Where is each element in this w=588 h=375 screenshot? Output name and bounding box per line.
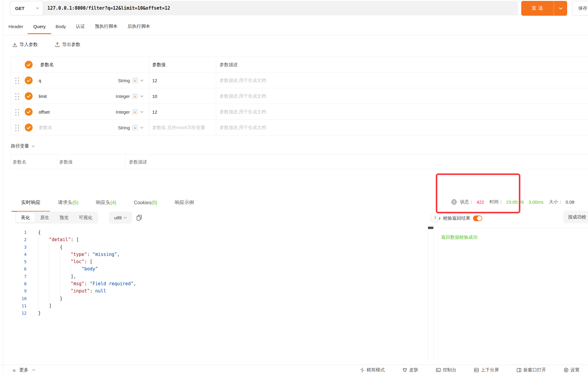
param-name-input[interactable]: 参数名 [39, 120, 52, 135]
param-name-input[interactable]: q [39, 73, 41, 88]
skin-button[interactable]: 皮肤 [402, 367, 418, 373]
scrollbar-thumb[interactable] [428, 227, 433, 229]
drag-handle-icon[interactable] [14, 77, 20, 84]
code-text: "type": "missing", [38, 251, 120, 258]
param-name-input[interactable]: offset [39, 104, 50, 120]
method-select[interactable]: GET [10, 1, 43, 15]
param-row-offset: offset Integer * 12 参数描述,用于生成文档 [11, 104, 588, 120]
code-line: 11] [11, 302, 136, 309]
tab-query[interactable]: Query [33, 24, 46, 29]
tab-request-headers[interactable]: 请求头(5) [58, 193, 79, 212]
tab-auth[interactable]: 认证 [76, 24, 85, 29]
more-button[interactable]: 更多 [19, 367, 28, 373]
row-checkbox[interactable] [25, 124, 33, 131]
split-screen-button[interactable]: 上下分屏 [474, 367, 499, 373]
save-button[interactable]: 保存 [572, 1, 588, 16]
param-name-input[interactable]: limit [39, 88, 47, 104]
import-params-button[interactable]: 导入参数 [12, 42, 38, 47]
query-params-table: 参数名 参数值 参数描述 q String * 12 参数描述,用于生成文档 l… [11, 57, 588, 135]
param-value-input[interactable]: 10 [152, 88, 157, 104]
code-text: "body" [38, 265, 98, 273]
param-desc-input[interactable]: 参数描述,用于生成文档 [220, 120, 266, 135]
mode-visualize[interactable]: 可视化 [74, 213, 97, 222]
tab-response-example[interactable]: 响应示例 [175, 193, 194, 212]
code-line: 7], [11, 273, 136, 280]
drag-handle-icon[interactable] [14, 108, 20, 116]
export-upload-icon [55, 42, 60, 47]
tab-live-response[interactable]: 实时响应 [21, 193, 40, 212]
code-line: 8"msg": "Field required", [11, 280, 136, 287]
path-variables-table: 参数名 参数值 参数描述 [11, 154, 588, 169]
tab-pre-script[interactable]: 预执行脚本 [95, 24, 117, 29]
code-line: 12} [11, 309, 136, 317]
globe-icon [451, 199, 457, 205]
row-checkbox[interactable] [25, 92, 33, 100]
code-text: "input": null [38, 287, 106, 295]
tab-label: 响应示例 [175, 199, 194, 206]
validation-toggle[interactable] [473, 215, 482, 221]
collapse-panel-button[interactable] [431, 213, 439, 222]
bottom-item-label: 上下分屏 [481, 367, 499, 373]
import-download-icon [12, 42, 18, 47]
line-number: 8 [11, 280, 27, 287]
param-desc-input[interactable]: 参数描述,用于生成文档 [220, 73, 266, 88]
select-all-checkbox[interactable] [25, 61, 33, 69]
param-type-select[interactable]: Integer * [101, 88, 143, 104]
chevron-down-icon [140, 79, 143, 82]
response-status-bar: 状态： 422 时间： 23:05:28 3.00ms 大小： 0.08 [451, 193, 574, 210]
drag-handle-icon[interactable] [14, 92, 20, 100]
viewer-mode-segmented-control: 美化 原生 预览 可视化 [15, 212, 98, 224]
collapse-sidebar-button[interactable]: « [13, 367, 16, 373]
param-value-input[interactable]: 12 [152, 73, 157, 88]
param-desc-input[interactable]: 参数描述,用于生成文档 [220, 104, 266, 120]
tab-header[interactable]: Header [8, 24, 23, 29]
send-button[interactable]: 发送 [521, 1, 567, 16]
mode-raw[interactable]: 原生 [35, 213, 54, 222]
line-number: 1 [11, 229, 27, 236]
encoding-select[interactable]: utf8 [109, 212, 132, 224]
row-checkbox[interactable] [25, 108, 33, 116]
settings-button[interactable]: 设置 [564, 367, 580, 373]
chevron-up-icon[interactable] [32, 369, 35, 371]
export-params-button[interactable]: 导出参数 [55, 42, 80, 47]
tab-count: (0) [151, 200, 157, 205]
required-asterisk-badge: * [132, 77, 138, 83]
param-type-select[interactable]: Integer * [101, 104, 143, 120]
tab-body[interactable]: Body [56, 24, 66, 29]
bottom-item-label: 皮肤 [409, 367, 418, 373]
line-number: 5 [11, 258, 27, 265]
validation-mode-button[interactable]: 按成功校 [563, 211, 588, 223]
send-dropdown-button[interactable] [554, 7, 567, 10]
drag-handle-icon[interactable] [14, 124, 20, 131]
required-asterisk-badge: * [132, 109, 138, 115]
validation-result-message: 返回数据校验成功 [441, 234, 477, 240]
param-value-input[interactable]: 参数值,支持mock字段变量 [152, 120, 205, 135]
tab-response-headers[interactable]: 响应头(4) [96, 193, 117, 212]
mode-beautify[interactable]: 美化 [16, 213, 35, 222]
path-variables-toggle[interactable]: 路径变量 [11, 143, 35, 149]
response-tabs: 实时响应 请求头(5) 响应头(4) Cookies(0) 响应示例 [21, 193, 194, 212]
tab-post-script[interactable]: 后执行脚本 [127, 24, 150, 29]
toggle-knob [477, 216, 482, 221]
line-number: 3 [11, 244, 27, 251]
tab-cookies[interactable]: Cookies(0) [134, 193, 157, 212]
code-text: "detail": [ [38, 236, 79, 243]
method-label: GET [15, 6, 24, 11]
console-button[interactable]: 控制台 [436, 367, 456, 373]
param-type-select[interactable]: String * [101, 120, 143, 135]
param-type-select[interactable]: String * [101, 73, 143, 88]
chevron-right-icon [434, 216, 436, 219]
param-desc-input[interactable]: 参数描述,用于生成文档 [220, 88, 266, 104]
open-new-window-button[interactable]: 新窗口打开 [516, 367, 546, 373]
copy-button[interactable] [136, 214, 143, 221]
bottom-item-label: 控制台 [443, 367, 456, 373]
status-code: 422 [477, 199, 484, 205]
compact-mode-button[interactable]: 精简模式 [360, 367, 385, 373]
param-value-input[interactable]: 12 [152, 104, 157, 120]
url-input[interactable]: 127.0.0.1:8000/filter?q=12&limit=10&offs… [47, 1, 170, 15]
row-checkbox[interactable] [25, 76, 33, 84]
tab-label: Cookies [134, 200, 151, 205]
bottom-bar-left: « 更多 [13, 367, 35, 373]
mode-preview[interactable]: 预览 [55, 213, 73, 222]
line-number: 2 [11, 236, 27, 243]
